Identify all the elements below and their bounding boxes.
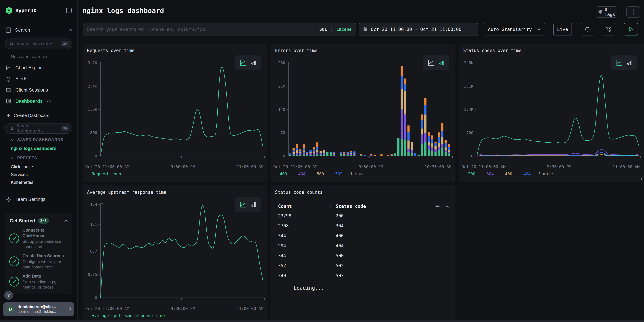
sidebar-section-search[interactable]: Search	[6, 25, 73, 35]
lucene-mode-toggle[interactable]: Lucene	[336, 27, 352, 32]
preset-services[interactable]: Services	[11, 172, 28, 177]
legend-item[interactable]: Request count	[86, 172, 124, 176]
saved-dashboards-input[interactable]: Saved Dashboards ⌘K	[5, 123, 72, 134]
sql-mode-toggle[interactable]: SQL	[319, 27, 327, 32]
x-axis-label: 9:30:00 PM	[547, 164, 571, 169]
column-settings-icon[interactable]	[435, 204, 440, 209]
cell-status-code: 400	[336, 233, 344, 238]
legend-item[interactable]: 200	[462, 172, 475, 176]
chevron-up-icon[interactable]	[47, 100, 51, 102]
table-row[interactable]: 352502	[278, 261, 450, 271]
requests-line-chart[interactable]: 3.2K2.4K1.6K8000	[85, 60, 265, 165]
legend-more-link[interactable]: +3 more	[536, 172, 553, 176]
cell-count: 344	[278, 233, 286, 238]
panel-options-kebab-button[interactable]	[626, 6, 640, 18]
horizontal-scrollbar[interactable]	[0, 320, 644, 322]
app-name: HyperDX	[15, 8, 36, 14]
legend-item[interactable]: Average upstream response time	[86, 314, 165, 318]
filter-edit-button[interactable]	[602, 23, 615, 36]
run-query-button[interactable]	[624, 23, 638, 36]
sidebar-item-label: Chart Explorer	[15, 65, 46, 70]
no-saved-searches-note: No saved searches	[11, 54, 48, 59]
svg-text:0: 0	[95, 296, 97, 300]
x-axis-label: 9:30:00 PM	[171, 164, 195, 169]
errors-stacked-bar-chart[interactable]: 280210140700	[273, 60, 453, 165]
svg-text:1.4: 1.4	[90, 202, 97, 207]
panel-resize-handle[interactable]	[639, 178, 642, 180]
panel-resize-handle[interactable]	[263, 178, 266, 180]
download-csv-icon[interactable]	[444, 204, 450, 209]
sidebar: HyperDX Search Saved Searches ⌘K No save…	[0, 0, 78, 322]
sidebar-item-dashboards[interactable]: Dashboards	[6, 96, 73, 106]
granularity-select[interactable]: Auto Granularity	[484, 23, 545, 36]
sidebar-item-alerts[interactable]: Alerts	[6, 74, 73, 84]
column-resize-handle[interactable]: ⋮	[329, 204, 333, 208]
svg-text:280: 280	[278, 61, 285, 65]
x-axis-label: 11:00:00 AM	[236, 306, 264, 311]
chart-legend: 400404500502+1 more	[274, 172, 365, 176]
get-started-card: Get Started 3/3 Connect to ClickHouse Se…	[5, 214, 72, 294]
get-started-step-connect[interactable]: Connect to ClickHouse Set up your databa…	[5, 225, 72, 250]
legend-item[interactable]: 500	[311, 172, 324, 176]
table-row[interactable]: 344400	[278, 231, 450, 241]
saved-searches-placeholder: Saved Searches	[16, 41, 58, 46]
search-icon	[9, 126, 14, 131]
sidebar-item-label: Client Sessions	[15, 87, 48, 93]
panel-avg-upstream-response: Average upstream response time 1.41.10.7…	[82, 185, 268, 322]
status-codes-line-chart[interactable]: 2.8K2.1K1.4K7000	[461, 60, 641, 165]
get-started-step-sources[interactable]: Create Data Sources Configure where your…	[5, 250, 72, 271]
create-dashboard-button[interactable]: + Create Dashboard	[6, 111, 73, 120]
svg-text:1.6K: 1.6K	[88, 107, 97, 112]
svg-text:700: 700	[466, 130, 473, 135]
help-button[interactable]: ?	[4, 291, 13, 300]
table-row[interactable]: 23798200	[278, 211, 450, 221]
legend-item[interactable]: 404	[292, 172, 306, 176]
saved-dashboard-nginx[interactable]: nginx logs dashboard	[11, 146, 56, 151]
sidebar-item-label: Dashboards	[15, 98, 43, 104]
panel-title: Requests over time	[87, 48, 135, 53]
user-menu[interactable]: D dominic.tran@clic... dominic.tran@clic…	[3, 302, 74, 316]
upstream-response-line-chart[interactable]: 1.41.10.70.350	[85, 202, 265, 307]
sidebar-item-client-sessions[interactable]: Client Sessions	[6, 85, 73, 95]
event-search-input[interactable]: Search your events w/ Lucene ex. column:…	[82, 23, 356, 36]
sidebar-item-chart-explorer[interactable]: Chart Explorer	[6, 63, 73, 72]
svg-text:70: 70	[280, 130, 285, 135]
tags-button[interactable]: 0 Tags	[596, 6, 617, 18]
table-row[interactable]: 2708304	[278, 221, 450, 231]
panel-resize-handle[interactable]	[451, 178, 454, 180]
chevron-up-icon[interactable]	[68, 29, 73, 32]
legend-item[interactable]: 400	[274, 172, 287, 176]
panel-requests-over-time: Requests over time 3.2K2.4K1.6K8000 Oct …	[82, 44, 268, 182]
live-button[interactable]: Live	[553, 23, 572, 36]
saved-searches-input[interactable]: Saved Searches ⌘K	[5, 38, 72, 49]
table-row[interactable]: 344500	[278, 251, 450, 261]
legend-item[interactable]: 502	[329, 172, 342, 176]
table-row[interactable]: 340503	[278, 271, 450, 281]
x-axis-label: Oct 20 11:00:00 AM	[85, 164, 129, 169]
legend-item[interactable]: 304	[480, 172, 494, 176]
hyperdx-logo-icon	[6, 7, 12, 14]
legend-more-link[interactable]: +1 more	[348, 172, 364, 176]
legend-item[interactable]: 400	[499, 172, 512, 176]
preset-clickhouse[interactable]: ClickHouse	[11, 164, 33, 170]
svg-text:140: 140	[278, 107, 285, 112]
column-header-count[interactable]: Count	[278, 204, 292, 209]
tags-label: 0 Tags	[605, 7, 615, 17]
preset-kubernetes[interactable]: Kubernetes	[11, 180, 33, 185]
date-range-picker[interactable]: Oct 20 11:00:00 - Oct 21 11:00:00	[359, 23, 478, 36]
column-header-status-code[interactable]: Status code	[336, 204, 366, 209]
table-row[interactable]: 294404	[278, 241, 450, 251]
mode-divider: |	[330, 27, 333, 32]
sidebar-item-team-settings[interactable]: Team Settings	[6, 194, 73, 204]
refresh-button[interactable]	[581, 23, 594, 36]
sidebar-collapse-icon[interactable]	[65, 7, 73, 14]
cell-count: 344	[278, 253, 286, 258]
saved-dashboards-section-header[interactable]: SAVED DASHBOARDS	[11, 138, 63, 142]
legend-item[interactable]: 404	[517, 172, 531, 176]
x-axis-label: 11:00:00 AM	[613, 164, 640, 169]
get-started-step-add-data[interactable]: Add Data Start sending logs, metrics, or…	[5, 271, 72, 291]
svg-text:0: 0	[283, 154, 285, 158]
chevron-up-icon[interactable]	[64, 220, 68, 222]
avatar: D	[6, 304, 15, 314]
presets-section-header[interactable]: PRESETS	[11, 156, 37, 160]
